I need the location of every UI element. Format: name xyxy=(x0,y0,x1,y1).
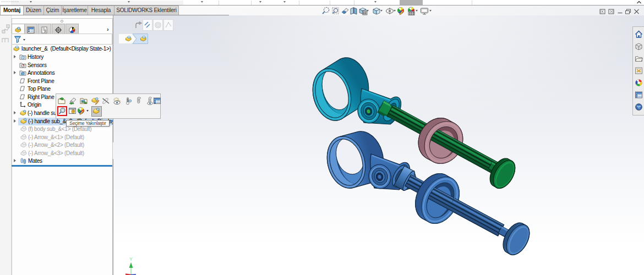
svg-text:Y: Y xyxy=(129,256,133,262)
